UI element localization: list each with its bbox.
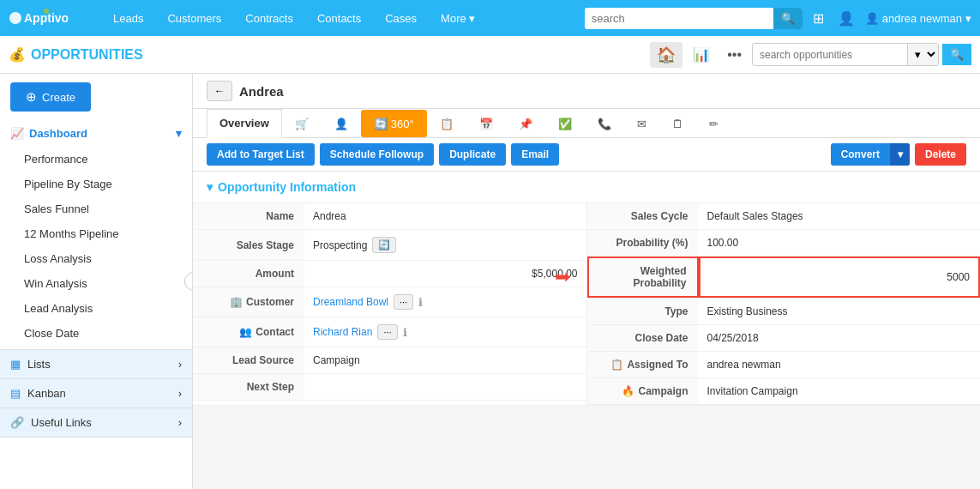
tab-phone[interactable]: 📞	[585, 110, 624, 137]
360-tab-label: 360°	[391, 118, 414, 130]
tab-email[interactable]: ✉	[624, 110, 659, 137]
opp-search-button[interactable]: 🔍	[942, 44, 971, 65]
edit-tab-icon: ✏	[709, 118, 718, 130]
form-grid: Name Andrea Sales Stage Prospecting 🔄 Am…	[193, 203, 980, 406]
svg-point-0	[9, 12, 21, 24]
field-next-step: Next Step	[193, 374, 586, 401]
sidebar-item-close-date[interactable]: Close Date	[0, 321, 192, 346]
tab-overview[interactable]: Overview	[207, 109, 282, 138]
field-sales-stage: Sales Stage Prospecting 🔄	[193, 230, 586, 261]
phone-tab-icon: 📞	[598, 118, 611, 130]
email-tab-icon: ✉	[637, 118, 646, 130]
content-area: ← Andrea Overview 🛒 👤 🔄 360° 📋 📅	[193, 74, 980, 489]
sidebar-item-lead-analysis[interactable]: Lead Analysis	[0, 296, 192, 321]
sidebar-item-win-analysis[interactable]: Win Analysis	[0, 271, 192, 296]
chart-btn[interactable]: 📊	[686, 43, 717, 66]
tab-check[interactable]: ✅	[545, 110, 585, 137]
opp-search-filter[interactable]: ▾	[907, 44, 938, 65]
tab-360[interactable]: 🔄 360°	[361, 110, 427, 137]
useful-links-arrow-icon: ›	[178, 416, 182, 429]
money-bag-icon: 💰	[9, 46, 26, 63]
pin-tab-icon: 📌	[519, 118, 532, 130]
field-sales-cycle: Sales Cycle Default Sales Stages	[587, 203, 981, 230]
sidebar-item-pipeline-by-stage[interactable]: Pipeline By Stage	[0, 172, 192, 196]
sidebar-item-lists[interactable]: ▦ Lists ›	[0, 350, 192, 379]
add-to-target-list-button[interactable]: Add to Target List	[207, 143, 315, 166]
delete-button[interactable]: Delete	[915, 143, 966, 166]
email-button[interactable]: Email	[511, 143, 559, 166]
contact-link[interactable]: Richard Rian	[313, 326, 372, 338]
nav-contracts[interactable]: Contracts	[240, 9, 298, 28]
sidebar-item-useful-links[interactable]: 🔗 Useful Links ›	[0, 408, 192, 438]
home-btn[interactable]: 🏠	[650, 42, 682, 68]
more-dots-btn[interactable]: •••	[720, 44, 749, 66]
contact-edit-btn[interactable]: ···	[377, 324, 397, 340]
sidebar: ⊕ Create 📈 Dashboard ▾ Performance Pipel…	[0, 74, 193, 489]
tab-person[interactable]: 👤	[322, 110, 361, 137]
tab-edit[interactable]: ✏	[696, 110, 731, 137]
tab-cart[interactable]: 🛒	[282, 110, 322, 137]
field-amount: Amount $5,000.00	[193, 261, 586, 287]
logo: Apptivo	[9, 6, 86, 30]
create-button[interactable]: ⊕ Create	[10, 82, 91, 112]
field-weighted-probability: ➡ Weighted Probability 5000	[587, 257, 981, 299]
cart-tab-icon: 🛒	[295, 118, 309, 130]
form-right-column: Sales Cycle Default Sales Stages Probabi…	[587, 203, 981, 405]
section-chevron-icon: ▾	[207, 180, 213, 194]
lists-icon: ▦	[10, 358, 21, 371]
check-tab-icon: ✅	[558, 118, 572, 130]
customer-info-icon[interactable]: ℹ	[418, 296, 423, 309]
nav-customers[interactable]: Customers	[162, 9, 226, 28]
sidebar-item-sales-funnel[interactable]: Sales Funnel	[0, 196, 192, 221]
dashboard-chevron-icon: ▾	[176, 127, 182, 140]
campaign-icon: 🔥	[622, 385, 634, 397]
opp-search-input[interactable]	[753, 45, 907, 64]
customer-edit-btn[interactable]: ···	[394, 294, 413, 310]
lists-arrow-icon: ›	[178, 358, 182, 371]
tab-calendar[interactable]: 📅	[466, 110, 506, 137]
nav-cases[interactable]: Cases	[380, 9, 422, 28]
field-assigned-to: 📋 Assigned To andrea newman	[587, 352, 981, 378]
kanban-icon: ▤	[10, 387, 21, 400]
notifications-icon-btn[interactable]: 👤	[834, 7, 858, 30]
back-button[interactable]: ←	[207, 81, 232, 101]
tab-clipboard[interactable]: 📋	[427, 110, 466, 137]
field-probability: Probability (%) 100.00	[587, 230, 981, 257]
sidebar-item-dashboard[interactable]: 📈 Dashboard ▾	[0, 120, 192, 147]
global-search-button[interactable]: 🔍	[773, 8, 803, 29]
user-menu-btn[interactable]: 👤 andrea newman ▾	[865, 12, 971, 25]
nav-more[interactable]: More ▾	[436, 9, 480, 28]
global-search-input[interactable]	[585, 9, 773, 28]
content-header: ← Andrea	[193, 74, 980, 109]
sidebar-item-loss-analysis[interactable]: Loss Analysis	[0, 246, 192, 271]
sidebar-item-kanban[interactable]: ▤ Kanban ›	[0, 379, 192, 408]
calendar-tab-icon: 📅	[479, 118, 493, 130]
user-dropdown-icon: ▾	[965, 12, 971, 25]
field-type: Type Existing Business	[587, 299, 981, 325]
form-left-column: Name Andrea Sales Stage Prospecting 🔄 Am…	[193, 203, 587, 405]
tab-pin[interactable]: 📌	[506, 110, 545, 137]
tab-notes[interactable]: 🗒	[659, 110, 696, 137]
field-campaign: 🔥 Campaign Invitation Campaign	[587, 378, 981, 405]
user-avatar-icon: 👤	[865, 12, 879, 25]
module-title: 💰 OPPORTUNITIES	[9, 46, 643, 63]
field-lead-source: Lead Source Campaign	[193, 347, 586, 374]
clipboard-tab-icon: 📋	[440, 118, 454, 130]
svg-point-2	[44, 9, 49, 14]
apps-icon-btn[interactable]: ⊞	[809, 7, 827, 30]
schedule-followup-button[interactable]: Schedule Followup	[320, 143, 434, 166]
convert-dropdown-icon: ▾	[890, 143, 910, 166]
customer-link[interactable]: Dreamland Bowl	[313, 296, 388, 308]
field-close-date: Close Date 04/25/2018	[587, 325, 981, 352]
assigned-to-icon: 📋	[610, 359, 623, 371]
sidebar-item-performance[interactable]: Performance	[0, 147, 192, 172]
duplicate-button[interactable]: Duplicate	[439, 143, 506, 166]
contact-info-icon[interactable]: ℹ	[403, 326, 407, 339]
contact-label-icon: 👥	[239, 326, 252, 338]
sidebar-item-12months-pipeline[interactable]: 12 Months Pipeline	[0, 221, 192, 246]
global-search: 🔍	[585, 8, 803, 29]
convert-button[interactable]: Convert ▾	[831, 143, 910, 166]
nav-contacts[interactable]: Contacts	[312, 9, 366, 28]
sales-stage-edit-btn[interactable]: 🔄	[372, 237, 396, 253]
nav-leads[interactable]: Leads	[108, 9, 148, 28]
